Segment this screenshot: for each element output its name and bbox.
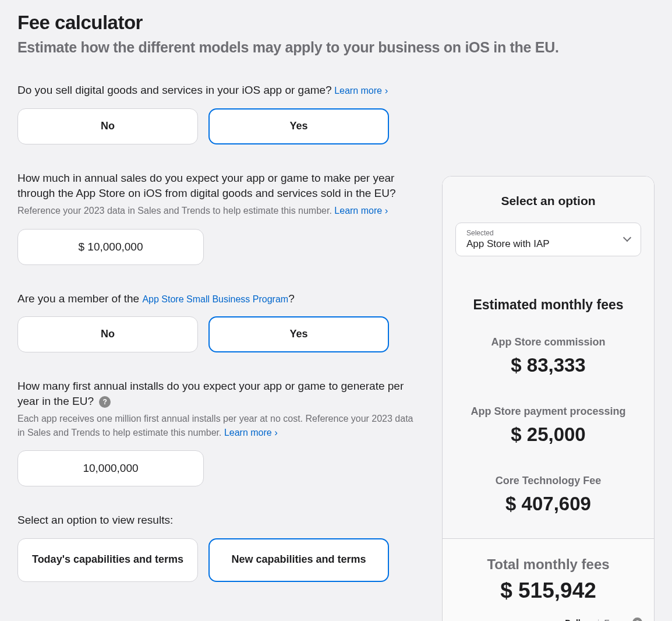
question-text: How many first annual installs do you ex…	[17, 380, 404, 407]
question-text: Do you sell digital goods and services i…	[17, 84, 332, 96]
select-label: Selected	[466, 229, 617, 237]
learn-more-link[interactable]: Learn more	[224, 428, 278, 437]
option-new-button[interactable]: New capabilities and terms	[208, 538, 389, 582]
sbp-link[interactable]: App Store Small Business Program	[142, 294, 288, 304]
installs-input[interactable]	[17, 450, 204, 486]
option-no-button[interactable]: No	[17, 316, 198, 352]
hint-text: Each app receives one million first annu…	[17, 414, 413, 437]
total-label: Total monthly fees	[454, 556, 642, 573]
learn-more-link[interactable]: Learn more	[334, 86, 388, 96]
help-icon[interactable]: ?	[99, 396, 111, 408]
question-installs: How many first annual installs do you ex…	[17, 379, 419, 486]
fee-label: Core Technology Fee	[454, 475, 642, 487]
fee-item: Core Technology Fee $ 407,609	[454, 475, 642, 515]
page-subtitle: Estimate how the different models may ap…	[17, 38, 655, 57]
fee-value: $ 25,000	[454, 424, 642, 446]
results-select-heading: Select an option	[455, 194, 641, 208]
question-prefix: Are you a member of the	[17, 292, 142, 305]
fee-label: App Store commission	[454, 336, 642, 348]
option-yes-button[interactable]: Yes	[208, 108, 389, 144]
help-icon[interactable]: ?	[632, 618, 642, 621]
option-today-button[interactable]: Today's capabilities and terms	[17, 538, 198, 582]
question-sbp: Are you a member of the App Store Small …	[17, 291, 419, 353]
option-yes-button[interactable]: Yes	[208, 316, 389, 352]
question-text: How much in annual sales do you expect y…	[17, 171, 419, 200]
question-digital-goods: Do you sell digital goods and services i…	[17, 83, 419, 144]
question-suffix: ?	[288, 292, 295, 305]
question-annual-sales: How much in annual sales do you expect y…	[17, 171, 419, 265]
fees-heading: Estimated monthly fees	[454, 297, 642, 313]
page-title: Fee calculator	[17, 12, 655, 34]
fee-item: App Store commission $ 83,333	[454, 336, 642, 376]
option-no-button[interactable]: No	[17, 108, 198, 144]
fee-value: $ 83,333	[454, 354, 642, 376]
question-text: Select an option to view results:	[17, 513, 419, 528]
fee-label: App Store payment processing	[454, 405, 642, 418]
results-option-select[interactable]: Selected App Store with IAP	[455, 223, 641, 256]
question-results-option: Select an option to view results: Today'…	[17, 513, 419, 582]
fee-item: App Store payment processing $ 25,000	[454, 405, 642, 446]
currency-dollars[interactable]: Dollars	[565, 618, 592, 621]
learn-more-link[interactable]: Learn more	[334, 206, 388, 216]
total-value: $ 515,942	[454, 578, 642, 603]
hint-text: Reference your 2023 data in Sales and Tr…	[17, 206, 332, 216]
chevron-down-icon	[624, 236, 631, 243]
currency-toggle: Dollars | Euros ?	[454, 618, 642, 621]
currency-euros[interactable]: Euros	[604, 618, 625, 621]
select-value: App Store with IAP	[466, 238, 550, 249]
fee-value: $ 407,609	[454, 493, 642, 515]
annual-sales-input[interactable]	[17, 229, 204, 265]
results-card: Select an option Selected App Store with…	[442, 176, 655, 621]
